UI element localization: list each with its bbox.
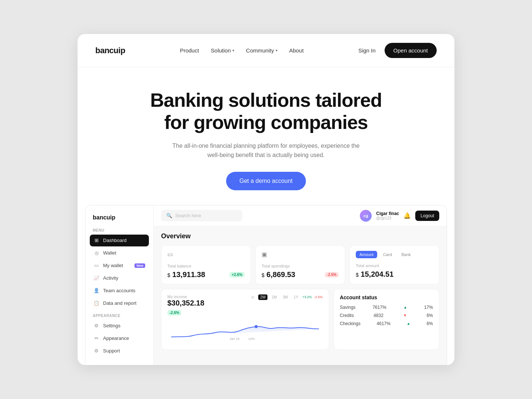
credits-value: 4832 [374,313,383,318]
checkings-value: 4617% [377,321,391,326]
sidebar-item-dashboard[interactable]: ⊞ Dashboard [90,235,149,246]
total-balance-value-row: $ 13,911.38 +2.6% [167,270,245,279]
menu-label: MENU [90,228,149,232]
sidebar-item-team-accounts[interactable]: 👤 Team accounts [90,285,149,297]
savings-arrow-icon: ▲ [403,305,407,309]
savings-percent: 17% [424,305,433,310]
appearance-icon: ✏ [93,335,99,341]
amount-tab-card[interactable]: Card [379,251,396,258]
income-value: $30,352.18 [167,299,204,307]
income-header: My income $30,352.18 -2.6% ⊙ 2W 1M 3M 1Y… [167,294,323,316]
search-placeholder-text: Search here [175,213,201,218]
bottom-row: My income $30,352.18 -2.6% ⊙ 2W 1M 3M 1Y… [161,289,439,350]
hero-subtitle: The all-in-one financial planning platfo… [170,141,362,160]
user-handle: @cgr123 [376,216,399,221]
income-change1: +3.2% [302,295,312,299]
account-status-card: Account status Savings 7617% ▲ 17% Credi… [334,289,439,350]
bell-icon[interactable]: 🔔 [403,212,411,219]
checkings-arrow-icon: ▲ [407,321,410,325]
wallet-icon: ◎ [93,250,99,256]
navbar-actions: Sign In Open account [358,43,437,58]
sidebar-logo: bancuip [90,213,149,227]
sidebar-item-appearance[interactable]: ✏ Appearance [90,332,149,344]
total-spendings-label: Total spendings [262,264,339,268]
income-badge: -2.6% [167,310,181,316]
hero-title: Banking solutions tailored for growing c… [95,89,437,134]
amount-tab-amount[interactable]: Amount [356,251,377,258]
sidebar-item-data-report[interactable]: 📋 Data and report [90,297,149,309]
spendings-icon: ▣ [262,251,339,258]
search-icon: 🔍 [166,213,172,218]
dashboard-preview: bancuip MENU ⊞ Dashboard ◎ Wallet ▭ My w… [85,205,447,365]
new-badge: New [134,263,145,268]
amount-tab-bank[interactable]: Bank [398,251,415,258]
sidebar-item-wallet[interactable]: ◎ Wallet [90,247,149,259]
sidebar-item-activity[interactable]: 📈 Activity [90,272,149,284]
time-filter-2w[interactable]: 2W [258,294,267,300]
income-change2: -2.5% [314,295,323,299]
status-row-checkings: Checkings 4617% ▲ 6% [340,321,433,326]
checkings-percent: 6% [427,321,433,326]
time-filter-1y[interactable]: 1Y [292,294,300,300]
chart-percent-label: 14% [248,337,255,341]
settings-icon: ⚙ [93,323,99,329]
total-spendings-value-row: $ 6,869.53 -2.5% [262,270,339,279]
sidebar-item-support[interactable]: ⚙ Support [90,345,149,357]
navbar-links: Product Solution ▾ Community ▾ About [180,47,304,54]
total-amount-value: $ 15,204.51 [356,270,433,279]
credits-arrow-icon: ▼ [403,313,407,317]
nav-product[interactable]: Product [180,47,199,54]
income-label: My income [167,294,204,299]
total-spendings-badge: -2.5% [325,272,339,277]
total-amount-label: Total amount [356,263,433,268]
header-right: cg Cigar finac @cgr123 🔔 Logout [360,210,439,222]
card-icon: ▭ [93,263,99,269]
team-icon: 👤 [93,288,99,294]
user-name: Cigar finac [376,211,399,216]
svg-point-0 [255,325,258,328]
status-row-savings: Savings 7617% ▲ 17% [340,305,433,310]
total-balance-card: ▭ Total balance $ 13,911.38 +2.6% [161,245,251,284]
nav-solution[interactable]: Solution ▾ [211,47,234,54]
credits-percent: 6% [427,313,433,318]
navbar-logo: bancuip [95,46,125,55]
income-chart [167,318,323,344]
hero-section: Banking solutions tailored for growing c… [78,67,454,205]
savings-label: Savings [340,305,356,310]
support-icon: ⚙ [93,348,99,354]
appearance-label: APPEARANCE [90,314,149,318]
amount-tabs: Amount Card Bank [356,251,433,258]
nav-about[interactable]: About [289,47,304,54]
chart-area: Jan 24 14% [167,318,323,344]
user-info: Cigar finac @cgr123 [376,211,399,221]
total-balance-label: Total balance [167,264,245,268]
grid-icon: ⊞ [93,238,99,243]
nav-community[interactable]: Community ▾ [246,47,277,54]
time-filter-3m[interactable]: 3M [281,294,290,300]
balance-icon: ▭ [167,251,245,258]
checkings-label: Checkings [340,321,361,326]
income-card: My income $30,352.18 -2.6% ⊙ 2W 1M 3M 1Y… [161,289,329,350]
overview-content: Overview ▭ Total balance $ 13,911.38 +2.… [154,226,447,365]
chevron-down-icon: ▾ [276,48,277,52]
main-card: bancuip Product Solution ▾ Community ▾ A… [78,34,454,365]
chart-date-label: Jan 24 [229,337,239,341]
signin-link[interactable]: Sign In [358,47,376,54]
total-spendings-card: ▣ Total spendings $ 6,869.53 -2.5% [255,245,345,284]
open-account-button[interactable]: Open account [385,43,437,58]
dashboard-header: 🔍 Search here cg Cigar finac @cgr123 🔔 L… [154,205,447,226]
time-filter-icon[interactable]: ⊙ [249,294,256,300]
credits-label: Credits [340,313,354,318]
logout-button[interactable]: Logout [415,211,439,221]
search-bar[interactable]: 🔍 Search here [161,210,242,221]
report-icon: 📋 [93,300,99,306]
demo-account-button[interactable]: Get a demo account [226,172,306,190]
sidebar-item-settings[interactable]: ⚙ Settings [90,320,149,332]
dashboard-main: 🔍 Search here cg Cigar finac @cgr123 🔔 L… [154,205,447,365]
savings-value: 7617% [372,305,386,310]
total-spendings-value: $ 6,869.53 [262,270,295,279]
activity-icon: 📈 [93,275,99,281]
sidebar-item-my-wallet[interactable]: ▭ My wallet New [90,260,149,272]
time-filter-1m[interactable]: 1M [270,294,279,300]
account-status-title: Account status [340,294,433,300]
